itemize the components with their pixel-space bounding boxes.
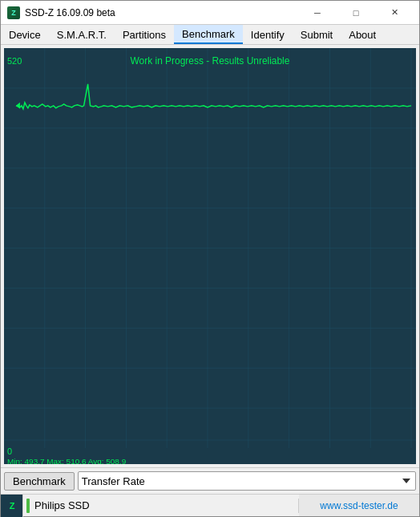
- close-button[interactable]: ✕: [376, 1, 413, 25]
- status-bar: Z Philips SSD www.ssd-tester.de: [1, 494, 419, 516]
- benchmark-chart: 520 Work in Progress - Results Unreliabl…: [4, 48, 416, 464]
- menu-item-about[interactable]: About: [341, 25, 384, 44]
- menu-item-smart[interactable]: S.M.A.R.T.: [49, 25, 115, 44]
- app-window: Z SSD-Z 16.09.09 beta ─ □ ✕ Device S.M.A…: [0, 0, 420, 517]
- title-bar: Z SSD-Z 16.09.09 beta ─ □ ✕: [1, 1, 419, 25]
- drive-info: Philips SSD: [23, 499, 299, 513]
- menu-bar: Device S.M.A.R.T. Partitions Benchmark I…: [1, 25, 419, 45]
- menu-item-device[interactable]: Device: [1, 25, 49, 44]
- svg-text:0: 0: [7, 446, 12, 456]
- website-link[interactable]: www.ssd-tester.de: [299, 495, 419, 516]
- status-icon: Z: [1, 495, 23, 517]
- drive-health-indicator: [26, 499, 30, 513]
- website-url: www.ssd-tester.de: [320, 500, 398, 511]
- benchmark-button[interactable]: Benchmark: [4, 472, 75, 491]
- svg-text:520: 520: [7, 56, 22, 66]
- window-title: SSD-Z 16.09.09 beta: [25, 7, 299, 18]
- menu-item-benchmark[interactable]: Benchmark: [174, 25, 243, 44]
- chart-area: 520 Work in Progress - Results Unreliabl…: [4, 48, 416, 464]
- app-icon: Z: [7, 6, 20, 19]
- svg-rect-0: [4, 48, 416, 464]
- svg-text:Min: 493,7  Max: 510,6  Avg: 5: Min: 493,7 Max: 510,6 Avg: 508,9: [7, 457, 127, 464]
- menu-item-identify[interactable]: Identify: [243, 25, 293, 44]
- app-logo-icon: Z: [5, 499, 19, 513]
- window-controls: ─ □ ✕: [299, 1, 413, 25]
- menu-item-submit[interactable]: Submit: [293, 25, 341, 44]
- maximize-button[interactable]: □: [337, 1, 374, 25]
- bottom-controls: Benchmark Transfer Rate Access Time IOPS: [1, 467, 419, 494]
- svg-text:Z: Z: [9, 501, 14, 511]
- drive-name-label: Philips SSD: [34, 499, 90, 511]
- minimize-button[interactable]: ─: [299, 1, 336, 25]
- metric-dropdown[interactable]: Transfer Rate Access Time IOPS: [78, 471, 416, 491]
- menu-item-partitions[interactable]: Partitions: [115, 25, 174, 44]
- svg-text:Work in Progress - Results Unr: Work in Progress - Results Unreliable: [131, 55, 290, 67]
